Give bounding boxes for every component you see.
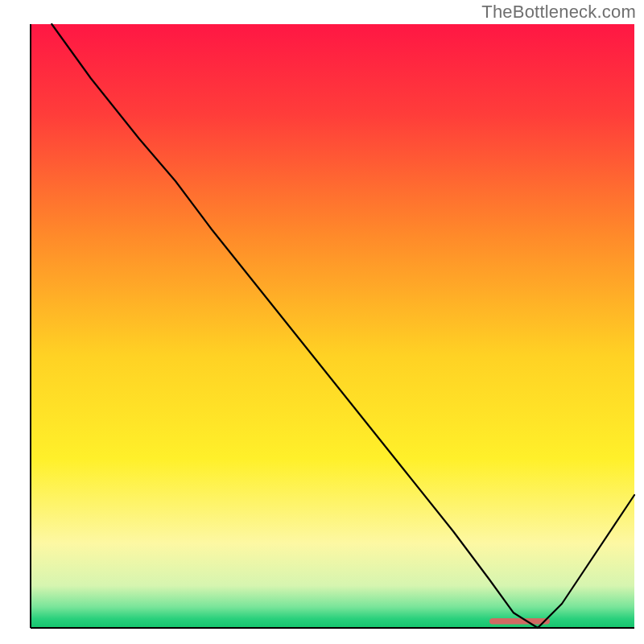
chart-background <box>31 24 634 628</box>
optimal-range-marker <box>489 618 550 625</box>
chart-container: TheBottleneck.com <box>0 0 644 644</box>
bottleneck-chart <box>0 0 644 644</box>
